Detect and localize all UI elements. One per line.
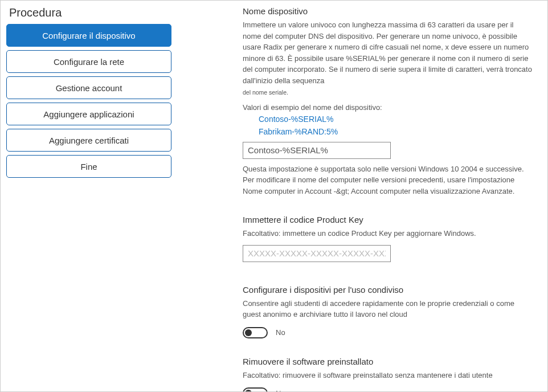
product-key-title: Immettere il codice Product Key — [243, 215, 533, 224]
sidebar-item-configure-network[interactable]: Configurare la rete — [6, 50, 171, 73]
product-key-input[interactable] — [243, 245, 391, 262]
main-content: Nome dispositivo Immettere un valore uni… — [177, 1, 547, 391]
sidebar-item-configure-device[interactable]: Configurare il dispositivo — [6, 24, 171, 47]
shared-use-toggle[interactable] — [243, 327, 268, 338]
toggle-knob-icon — [245, 390, 252, 391]
sidebar-item-label: Configurare il dispositivo — [42, 31, 135, 40]
sidebar-item-label: Configurare la rete — [54, 57, 124, 67]
shared-use-toggle-row: No — [243, 327, 533, 338]
device-name-input[interactable] — [243, 142, 391, 159]
device-name-example-label: Valori di esempio del nome del dispositi… — [243, 103, 533, 112]
product-key-description: Facoltativo: immettere un codice Product… — [243, 228, 533, 239]
remove-preinstalled-toggle-row: No — [243, 387, 533, 391]
sidebar-item-add-certificates[interactable]: Aggiungere certificati — [6, 129, 171, 152]
toggle-knob-icon — [245, 329, 252, 336]
sidebar: Procedura Configurare il dispositivo Con… — [1, 1, 177, 391]
device-name-example-2: Fabrikam-%RAND:5% — [259, 125, 533, 138]
shared-use-toggle-label: No — [276, 328, 285, 337]
remove-preinstalled-title: Rimuovere il software preinstallato — [243, 357, 533, 366]
sidebar-item-label: Aggiungere applicazioni — [43, 109, 134, 119]
remove-preinstalled-description: Facoltativo: rimuovere il software prein… — [243, 370, 533, 381]
remove-preinstalled-toggle[interactable] — [243, 387, 268, 391]
sidebar-item-finish[interactable]: Fine — [6, 155, 171, 178]
sidebar-item-account-management[interactable]: Gestione account — [6, 76, 171, 99]
sidebar-title: Procedura — [6, 6, 171, 19]
device-name-description-small: del nome seriale. — [243, 88, 533, 97]
sidebar-item-label: Fine — [80, 162, 97, 172]
sidebar-item-label: Gestione account — [56, 83, 122, 93]
section-remove-preinstalled: Rimuovere il software preinstallato Faco… — [243, 357, 533, 391]
shared-use-title: Configurare i dispositivi per l'uso cond… — [243, 285, 533, 295]
device-name-example-1: Contoso-%SERIAL% — [259, 113, 533, 125]
section-shared-use: Configurare i dispositivi per l'uso cond… — [243, 285, 533, 338]
section-product-key: Immettere il codice Product Key Facoltat… — [243, 215, 533, 267]
remove-preinstalled-toggle-label: No — [276, 389, 285, 391]
device-name-description: Immettere un valore univoco con lunghezz… — [243, 19, 533, 86]
sidebar-item-add-apps[interactable]: Aggiungere applicazioni — [6, 103, 171, 125]
device-name-title: Nome dispositivo — [243, 6, 533, 16]
sidebar-item-label: Aggiungere certificati — [49, 136, 129, 145]
section-device-name: Nome dispositivo Immettere un valore uni… — [243, 6, 533, 197]
shared-use-description: Consentire agli studenti di accedere rap… — [243, 298, 533, 320]
device-name-help: Questa impostazione è supportata solo ne… — [243, 164, 533, 197]
